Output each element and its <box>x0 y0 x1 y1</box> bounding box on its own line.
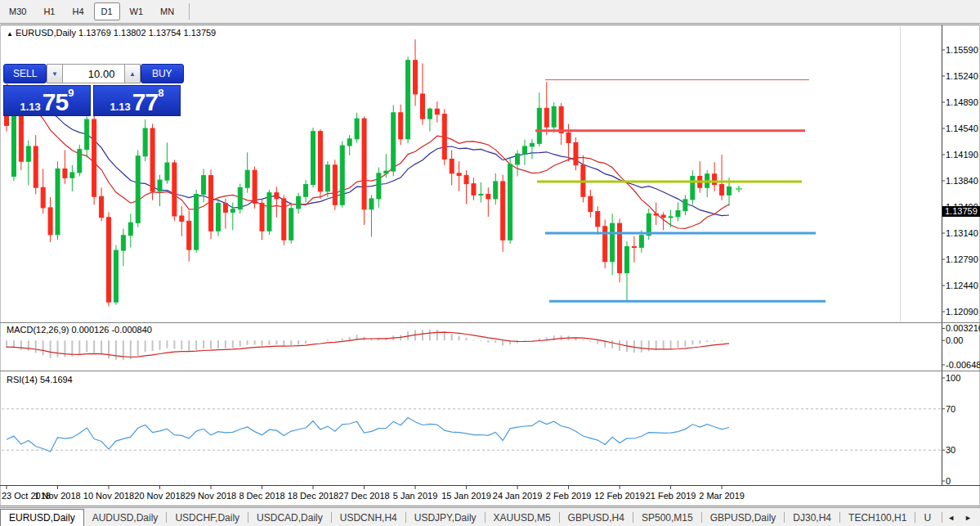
chart-tab-gbpusd-h4[interactable]: GBPUSD,H4 <box>560 510 633 526</box>
timeframe-button-h1[interactable]: H1 <box>36 2 62 20</box>
tab-scroll-arrows: ◄ ► <box>942 512 980 524</box>
candle-bull <box>238 187 242 209</box>
candle-bull <box>427 109 432 119</box>
candle-bear <box>362 119 366 209</box>
candle-bear <box>209 176 213 232</box>
chart-tab-usdcad-daily[interactable]: USDCAD,Daily <box>248 510 331 526</box>
price-tick-label: 1.14890 <box>946 97 978 107</box>
candle-bull <box>639 236 643 248</box>
candle-bull <box>143 128 147 156</box>
candle-bull <box>11 112 16 177</box>
collapse-subwindow-icon[interactable]: ▲ <box>7 30 13 38</box>
candle-bear <box>187 221 191 250</box>
timeframe-button-w1[interactable]: W1 <box>123 2 151 20</box>
chart-tab-dj30-h4[interactable]: DJ30,H4 <box>785 510 839 526</box>
timeframe-button-h4[interactable]: H4 <box>65 2 91 20</box>
candle-bull <box>392 113 396 171</box>
date-tick-label: 1 Nov 2018 <box>34 491 80 501</box>
candle-bear <box>501 182 505 240</box>
buy-price-big: 77 <box>132 92 158 113</box>
macd-indicator-label: MACD(12,26,9) 0.000126 -0.000840 <box>7 325 152 335</box>
volume-decrease-button[interactable]: ▼ <box>47 64 62 83</box>
rsi-indicator-label: RSI(14) 54.1694 <box>7 375 73 384</box>
rsi-tick-label: 0 <box>946 476 951 486</box>
candle-bull <box>669 217 673 218</box>
candle-bull <box>289 209 293 240</box>
chart-tab-gbpusd-daily[interactable]: GBPUSD,Daily <box>702 510 785 526</box>
date-tick-label: 2 Mar 2019 <box>699 491 745 501</box>
candle-bull <box>325 165 329 191</box>
candle-bull <box>676 211 680 217</box>
price-tick-label: 1.15240 <box>946 71 978 81</box>
chart-tab-usdchf-daily[interactable]: USDCHF,Daily <box>167 510 248 526</box>
candle-bear <box>457 173 461 176</box>
rsi-tick-label: 30 <box>946 445 955 455</box>
candle-bear <box>632 246 636 247</box>
timeframe-toolbar: M30H1H4D1W1MN <box>0 0 980 24</box>
price-tick-label: 1.12440 <box>946 281 978 290</box>
sell-price-display[interactable]: 1.13 75 9 <box>3 85 91 116</box>
chart-tab-u[interactable]: U <box>915 510 939 526</box>
rsi-value: 54.1694 <box>40 375 73 384</box>
rsi-tick-label: 100 <box>946 373 960 383</box>
candle-bull <box>727 187 732 195</box>
candle-bull <box>267 193 271 232</box>
chart-tab-eurusd-daily[interactable]: EURUSD,Daily <box>0 509 84 526</box>
candle-bull <box>165 163 169 180</box>
chart-tab-tech100-h1[interactable]: TECH100,H1 <box>840 510 915 526</box>
buy-price-display[interactable]: 1.13 77 8 <box>93 85 181 116</box>
sell-button[interactable]: SELL <box>3 64 47 83</box>
candle-bear <box>260 203 264 231</box>
candle-bear <box>282 199 286 240</box>
candle-bear <box>661 215 665 218</box>
candle-bear <box>574 142 578 164</box>
candle-bear <box>544 108 548 127</box>
candle-bear <box>464 176 468 184</box>
candle-bear <box>486 194 490 198</box>
timeframe-button-d1[interactable]: D1 <box>94 2 120 20</box>
sell-price-big: 75 <box>43 92 68 113</box>
timeframe-button-mn[interactable]: MN <box>153 2 181 20</box>
chart-tab-usdcnh-h4[interactable]: USDCNH,H4 <box>332 510 405 526</box>
candle-bear <box>450 159 454 173</box>
price-tick-label: 1.14190 <box>946 150 978 160</box>
buy-button[interactable]: BUY <box>141 64 184 83</box>
candle-bear <box>92 119 96 196</box>
candle-bull <box>158 180 162 191</box>
volume-increase-button[interactable]: ▲ <box>124 64 140 83</box>
price-tick-label: 1.15590 <box>946 45 978 55</box>
candle-bull <box>683 200 687 211</box>
candle-bull <box>552 106 556 127</box>
candle-bull <box>479 194 483 195</box>
chart-window: 1.155901.152401.148901.145401.141901.138… <box>0 25 980 506</box>
chart-tab-audusd-daily[interactable]: AUDUSD,Daily <box>84 510 167 526</box>
chart-tab-sp500-m15[interactable]: SP500,M15 <box>633 510 701 526</box>
sell-price-sup: 9 <box>68 88 74 98</box>
candle-bull <box>114 250 118 302</box>
tabs-scroll-left-button[interactable]: ◄ <box>942 512 960 524</box>
candle-bull <box>297 196 301 209</box>
candle-bull <box>355 119 359 139</box>
candle-bear <box>414 61 418 94</box>
price-tick-label: 1.14540 <box>946 124 978 133</box>
candle-bull <box>624 246 629 272</box>
candle-bear <box>596 211 600 226</box>
macd-name: MACD(12,26,9) <box>7 325 69 335</box>
tabs-scroll-right-button[interactable]: ► <box>960 512 977 524</box>
candle-bear <box>420 94 424 119</box>
candle-bull <box>384 171 388 173</box>
candle-bull <box>537 108 541 143</box>
volume-input[interactable]: 10.00 <box>63 64 125 83</box>
current-price-tag: 1.13759 <box>942 206 980 217</box>
candle-bear <box>318 132 322 191</box>
candle-bear <box>107 218 111 302</box>
date-tick-label: 10 Nov 2018 <box>83 491 134 501</box>
chart-tab-xauusd-m5[interactable]: XAUUSD,M5 <box>486 510 559 526</box>
chart-tab-usdjpy-daily[interactable]: USDJPY,Daily <box>406 510 485 526</box>
candle-bull <box>377 173 381 199</box>
candle-bull <box>406 61 410 139</box>
candle-bull <box>494 182 498 199</box>
rsi-name: RSI(14) <box>7 375 38 384</box>
candle-bull <box>522 146 526 154</box>
timeframe-button-m30[interactable]: M30 <box>2 2 34 20</box>
